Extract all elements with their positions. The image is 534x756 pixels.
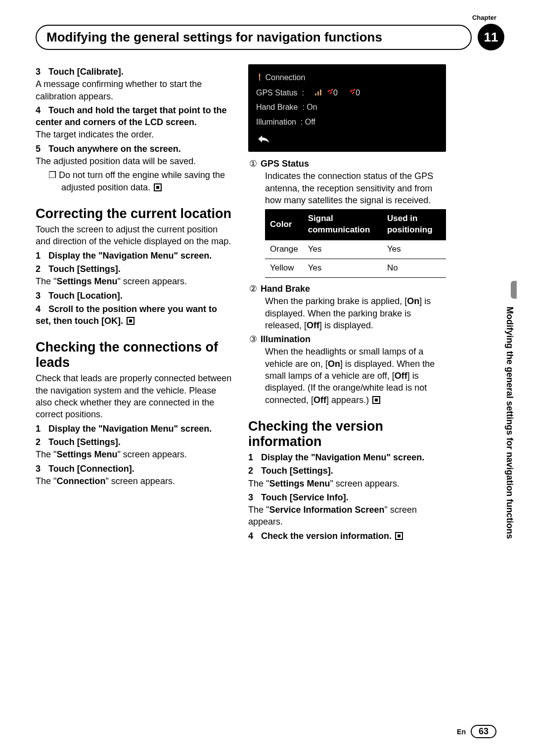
title-bar: Modifying the general settings for navig…	[36, 24, 504, 50]
end-mark-icon	[127, 317, 134, 325]
section-body: Touch the screen to adjust the current p…	[36, 223, 233, 248]
figure-handbrake-row: Hand Brake : On	[256, 100, 438, 115]
step-number: 1	[36, 250, 48, 262]
step-number: 4	[36, 104, 48, 116]
note-bullet-icon: ❐	[48, 170, 59, 180]
step-body: The "Settings Menu" screen appears.	[248, 478, 446, 489]
callout-number: ②	[248, 283, 258, 295]
step-heading: Touch [Settings].	[48, 437, 121, 447]
section-body: Check that leads are properly connected …	[36, 372, 233, 420]
step-heading: Touch [Calibrate].	[48, 67, 124, 77]
step-number: 2	[248, 465, 261, 477]
definition-body: When the headlights or small lamps of a …	[265, 346, 446, 405]
page-title: Modifying the general settings for navig…	[36, 25, 472, 50]
step-heading: Touch [Settings].	[48, 264, 121, 274]
step-number: 3	[36, 66, 48, 78]
page-footer: En 63	[457, 725, 496, 738]
step-heading: Display the "Navigation Menu" screen.	[48, 251, 212, 261]
end-mark-icon	[372, 396, 380, 404]
step-number: 1	[248, 451, 261, 463]
definition-label: GPS Status	[261, 159, 309, 169]
step-heading: Touch anywhere on the screen.	[48, 144, 181, 154]
table-header: Color	[265, 209, 303, 240]
step-note: ❐ Do not turn off the engine while savin…	[36, 169, 233, 193]
step-body: The adjusted position data will be saved…	[36, 155, 233, 167]
step-number: 3	[36, 290, 48, 302]
callout-number: ①	[248, 158, 258, 170]
side-tab-handle	[511, 281, 517, 299]
step-heading: Display the "Navigation Menu" screen.	[48, 424, 212, 434]
step-number: 2	[36, 263, 48, 275]
footer-language: En	[457, 728, 466, 736]
table-header: Signal communication	[303, 209, 382, 240]
step-heading: Display the "Navigation Menu" screen.	[261, 452, 424, 462]
figure-gps-row: GPS Status : 0 0	[256, 86, 438, 100]
step-body: A message confirming whether to start th…	[36, 78, 233, 102]
step-number: 1	[36, 423, 48, 435]
step-heading: Touch [Service Info].	[261, 492, 349, 502]
end-mark-icon	[154, 183, 162, 191]
chapter-label: Chapter	[472, 14, 496, 21]
side-tab: Modifying the general settings for navig…	[500, 287, 517, 564]
end-mark-icon	[395, 532, 403, 540]
step-number: 3	[36, 463, 48, 475]
chapter-number-badge: 11	[478, 24, 504, 50]
step-heading: Touch [Location].	[48, 291, 123, 301]
signal-bars-icon	[315, 89, 322, 97]
table-row: YellowYesNo	[265, 259, 446, 277]
step-body: The "Settings Menu" screen appears.	[36, 448, 233, 460]
satellite-icon	[349, 89, 356, 97]
side-tab-label: Modifying the general settings for navig…	[504, 307, 515, 564]
section-heading: Correcting the current location	[36, 206, 233, 222]
step-number: 4	[36, 303, 48, 315]
step-heading: Touch [Settings].	[261, 466, 333, 476]
step-heading: Touch [Connection].	[48, 464, 134, 474]
svg-rect-1	[317, 91, 319, 95]
back-button[interactable]	[256, 132, 438, 147]
step-number: 2	[36, 436, 48, 448]
gps-color-table: ColorSignal communicationUsed in positio…	[265, 209, 446, 278]
table-row: OrangeYesYes	[265, 240, 446, 259]
antenna-icon	[256, 73, 263, 84]
footer-page-number: 63	[471, 725, 496, 738]
page-content: 3Touch [Calibrate]. A message confirming…	[36, 64, 446, 608]
definition-label: Hand Brake	[261, 284, 310, 294]
definition-label: Illumination	[261, 334, 311, 344]
figure-titlebar: Connection	[256, 70, 438, 86]
step-number: 5	[36, 143, 48, 155]
step-heading: Touch and hold the target that point to …	[36, 105, 227, 127]
definition-body: Indicates the connection status of the G…	[265, 170, 446, 206]
step-heading: Check the version information.	[261, 531, 392, 541]
svg-rect-2	[320, 89, 321, 95]
figure-illumination-row: Illumination : Off	[256, 115, 438, 130]
callout-number: ③	[248, 333, 258, 345]
svg-rect-0	[315, 93, 316, 95]
step-number: 3	[248, 491, 261, 503]
satellite-icon	[326, 89, 333, 97]
step-number: 4	[248, 530, 261, 542]
step-body: The "Connection" screen appears.	[36, 475, 233, 487]
section-heading: Checking the connections of leads	[36, 340, 233, 370]
table-header: Used in positioning	[382, 209, 446, 240]
figure-title: Connection	[265, 73, 305, 82]
step-body: The target indicates the order.	[36, 129, 233, 140]
step-body: The "Settings Menu" screen appears.	[36, 275, 233, 287]
step-body: The "Service Information Screen" screen …	[248, 504, 446, 528]
definition-body: When the parking brake is applied, [On] …	[265, 295, 446, 331]
section-heading: Checking the version information	[248, 419, 446, 449]
connection-screen-figure: Connection GPS Status : 0 0 Hand Brake :…	[248, 64, 446, 152]
